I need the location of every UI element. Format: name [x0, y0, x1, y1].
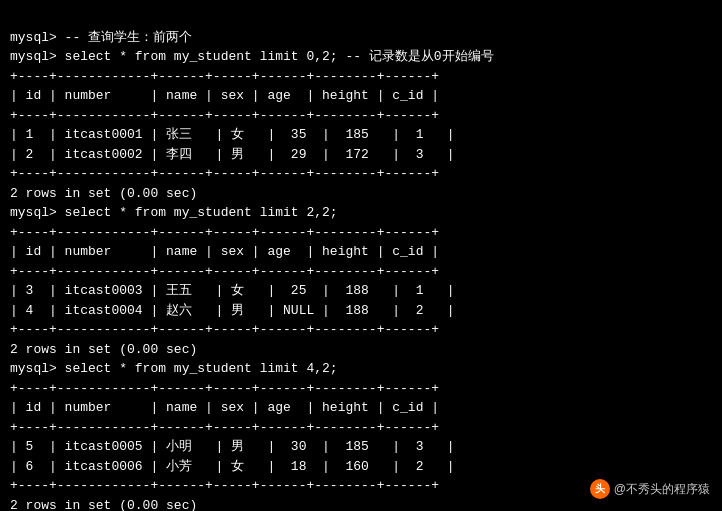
terminal-line-line18: 2 rows in set (0.00 sec): [10, 340, 712, 360]
terminal-line-line12: +----+------------+------+-----+------+-…: [10, 223, 712, 243]
terminal-line-line17: +----+------------+------+-----+------+-…: [10, 320, 712, 340]
terminal-line-line23: +----+------------+------+-----+------+-…: [10, 418, 712, 438]
terminal-line-line4: | id | number | name | sex | age | heigh…: [10, 86, 712, 106]
watermark: 头 @不秀头的程序猿: [590, 479, 710, 499]
terminal-line-line1: mysql> -- 查询学生：前两个: [10, 28, 712, 48]
terminal-line-line25: | 6 | itcast0006 | 小芳 | 女 | 18 | 160 | 2…: [10, 457, 712, 477]
terminal-line-line24: | 5 | itcast0005 | 小明 | 男 | 30 | 185 | 3…: [10, 437, 712, 457]
terminal-line-line2: mysql> select * from my_student limit 0,…: [10, 47, 712, 67]
terminal-output: mysql> -- 查询学生：前两个mysql> select * from m…: [10, 8, 712, 511]
terminal-line-line11: mysql> select * from my_student limit 2,…: [10, 203, 712, 223]
terminal-line-line14: +----+------------+------+-----+------+-…: [10, 262, 712, 282]
terminal-line-line13: | id | number | name | sex | age | heigh…: [10, 242, 712, 262]
terminal-line-line21: +----+------------+------+-----+------+-…: [10, 379, 712, 399]
terminal-line-line3: +----+------------+------+-----+------+-…: [10, 67, 712, 87]
terminal-line-line16: | 4 | itcast0004 | 赵六 | 男 | NULL | 188 |…: [10, 301, 712, 321]
terminal-line-line6: | 1 | itcast0001 | 张三 | 女 | 35 | 185 | 1…: [10, 125, 712, 145]
terminal-line-line22: | id | number | name | sex | age | heigh…: [10, 398, 712, 418]
terminal-line-line8: +----+------------+------+-----+------+-…: [10, 164, 712, 184]
watermark-icon: 头: [590, 479, 610, 499]
terminal-line-line9: 2 rows in set (0.00 sec): [10, 184, 712, 204]
terminal-line-line15: | 3 | itcast0003 | 王五 | 女 | 25 | 188 | 1…: [10, 281, 712, 301]
watermark-text: @不秀头的程序猿: [614, 481, 710, 498]
terminal-line-line5: +----+------------+------+-----+------+-…: [10, 106, 712, 126]
terminal-line-line7: | 2 | itcast0002 | 李四 | 男 | 29 | 172 | 3…: [10, 145, 712, 165]
terminal-line-line20: mysql> select * from my_student limit 4,…: [10, 359, 712, 379]
